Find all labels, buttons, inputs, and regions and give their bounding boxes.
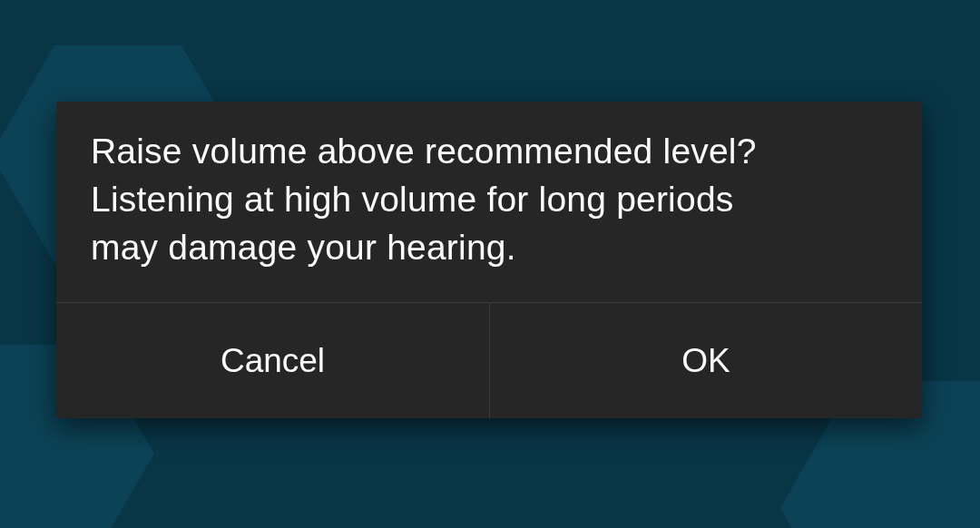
dialog-message: Raise volume above recommended level? Li… [56, 102, 922, 302]
volume-warning-dialog: Raise volume above recommended level? Li… [56, 102, 922, 418]
dialog-button-row: Cancel OK [56, 302, 922, 418]
cancel-button[interactable]: Cancel [56, 303, 489, 418]
ok-button[interactable]: OK [489, 303, 922, 418]
